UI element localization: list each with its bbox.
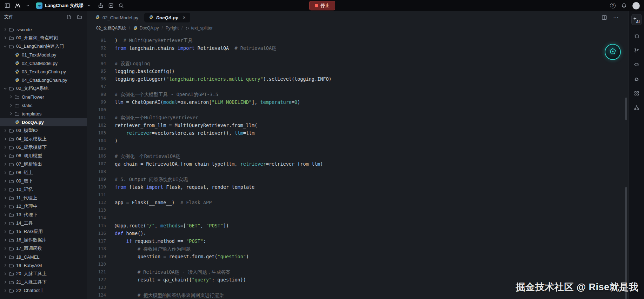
new-file-icon[interactable] [66, 14, 72, 20]
tree-item-18_CAMEL[interactable]: 18_CAMEL [0, 253, 87, 261]
grid-icon[interactable] [633, 89, 640, 97]
line-number[interactable]: 120 [87, 260, 106, 268]
chevron-right-icon[interactable] [3, 145, 8, 150]
search-icon[interactable] [118, 2, 124, 9]
line-number[interactable]: 112 [87, 199, 106, 206]
chevron-right-icon[interactable] [3, 35, 8, 40]
tree-item-03_TextLangChain.py[interactable]: 03_TextLangChain.py [0, 67, 87, 76]
help-icon[interactable]: ? [610, 3, 616, 8]
chevron-right-icon[interactable] [3, 137, 8, 141]
chevron-right-icon[interactable] [3, 153, 8, 158]
tree-item-08_链上[interactable]: 08_链上 [0, 168, 87, 177]
chevron-right-icon[interactable] [3, 221, 8, 226]
line-number[interactable]: 99 [87, 98, 106, 106]
line-number[interactable]: 91 [87, 36, 106, 44]
chevron-right-icon[interactable] [3, 27, 8, 32]
tree-item-17_回调函数[interactable]: 17_回调函数 [0, 244, 87, 253]
tree-item-templates[interactable]: templates [0, 109, 87, 118]
tree-item-07_解析输出[interactable]: 07_解析输出 [0, 160, 87, 168]
scrollbar-thumb[interactable] [625, 187, 627, 299]
tree-item-11_代理上[interactable]: 11_代理上 [0, 194, 87, 202]
line-number[interactable]: 124 [87, 291, 106, 299]
fleet-logo[interactable] [14, 2, 21, 9]
line-number[interactable]: 103 [87, 129, 106, 137]
workspace-switcher[interactable]: </> LangChain 实战课 [35, 2, 94, 9]
chevron-right-icon[interactable] [3, 204, 8, 209]
chevron-right-icon[interactable] [3, 179, 8, 184]
line-number[interactable]: 92 [87, 44, 106, 52]
line-number[interactable]: 111 [87, 191, 106, 199]
tree-item-.vscode[interactable]: .vscode [0, 25, 87, 34]
tab-DocQA.py[interactable]: DocQA.py× [144, 13, 190, 22]
tree-item-06_调用模型[interactable]: 06_调用模型 [0, 152, 87, 160]
tree-item-04_提示模板上[interactable]: 04_提示模板上 [0, 135, 87, 143]
eye-icon[interactable] [633, 61, 640, 68]
chevron-right-icon[interactable] [3, 288, 8, 293]
breadcrumb-02_文档QA系统[interactable]: 02_文档QA系统 [96, 25, 126, 31]
tree-item-22_Chatbot上[interactable]: 22_Chatbot上 [0, 286, 87, 295]
tree-item-14_工具[interactable]: 14_工具 [0, 219, 87, 227]
line-number[interactable]: 118 [87, 245, 106, 253]
line-number[interactable]: 119 [87, 253, 106, 260]
tree-item-static[interactable]: static [0, 101, 87, 109]
tree-item-05_提示模板下[interactable]: 05_提示模板下 [0, 143, 87, 152]
close-tab-icon[interactable]: × [183, 15, 186, 20]
breadcrumb-text_splitter[interactable]: text_splitter [185, 26, 212, 31]
chevron-right-icon[interactable] [3, 195, 8, 200]
tree-item-21_人脉工具下[interactable]: 21_人脉工具下 [0, 278, 87, 286]
chevron-right-icon[interactable] [3, 238, 8, 242]
breadcrumb-Pyright[interactable]: Pyright [166, 26, 179, 31]
bug-icon[interactable] [633, 75, 640, 83]
line-number[interactable]: 106 [87, 152, 106, 160]
chevron-right-icon[interactable] [8, 111, 13, 116]
tree-item-13_代理下[interactable]: 13_代理下 [0, 211, 87, 219]
chevron-down-icon[interactable] [25, 2, 31, 9]
code-editor[interactable]: 91) # MultiQueryRetriever工具92from langch… [87, 32, 629, 299]
chevron-right-icon[interactable] [3, 162, 8, 167]
line-number[interactable]: 108 [87, 168, 106, 175]
tree-item-19_BabyAGI[interactable]: 19_BabyAGI [0, 261, 87, 270]
scrollbar-marker[interactable] [625, 98, 627, 120]
chevron-right-icon[interactable] [3, 280, 8, 285]
tree-item-DocQA.py[interactable]: DocQA.py [0, 118, 87, 126]
tree-item-16_操作数据库[interactable]: 16_操作数据库 [0, 236, 87, 244]
line-number[interactable]: 115 [87, 222, 106, 230]
line-number[interactable]: 107 [87, 160, 106, 168]
new-folder-icon[interactable] [76, 14, 82, 20]
line-number[interactable]: 95 [87, 67, 106, 75]
line-number[interactable]: 94 [87, 60, 106, 67]
files-icon[interactable] [633, 32, 640, 40]
line-number[interactable]: 98 [87, 91, 106, 98]
user-avatar[interactable] [632, 2, 640, 9]
line-number[interactable]: 121 [87, 268, 106, 276]
line-number[interactable]: 117 [87, 237, 106, 245]
line-number[interactable]: 113 [87, 206, 106, 214]
split-editor-icon[interactable] [601, 14, 608, 21]
notifications-icon[interactable] [621, 2, 627, 9]
stop-button[interactable]: 停止 [309, 1, 335, 11]
chevron-right-icon[interactable] [3, 229, 8, 234]
line-number[interactable]: 93 [87, 52, 106, 60]
line-number[interactable]: 97 [87, 83, 106, 91]
chevron-right-icon[interactable] [3, 170, 8, 175]
line-number[interactable]: 104 [87, 137, 106, 145]
ai-assistant-button[interactable]: AI [631, 14, 642, 25]
line-number[interactable]: 122 [87, 276, 106, 284]
tree-item-20_人脉工具上[interactable]: 20_人脉工具上 [0, 270, 87, 278]
tree-item-03_模型IO[interactable]: 03_模型IO [0, 126, 87, 135]
tree-item-01_LangChain快速入门[interactable]: 01_LangChain快速入门 [0, 42, 87, 51]
tree-item-02_文档QA系统[interactable]: 02_文档QA系统 [0, 84, 87, 93]
new-window-icon[interactable] [108, 2, 114, 9]
chevron-right-icon[interactable] [3, 254, 8, 259]
line-number[interactable]: 116 [87, 230, 106, 237]
chevron-right-icon[interactable] [3, 271, 8, 276]
more-options-icon[interactable]: ⋯ [613, 14, 619, 21]
line-number[interactable]: 110 [87, 183, 106, 191]
tree-item-12_代理中[interactable]: 12_代理中 [0, 202, 87, 211]
tree-item-15_RAG应用[interactable]: 15_RAG应用 [0, 227, 87, 236]
share-icon[interactable] [98, 2, 104, 9]
line-number[interactable]: 109 [87, 175, 106, 183]
line-number[interactable]: 102 [87, 121, 106, 129]
tree-item-01_TextModel.py[interactable]: 01_TextModel.py [0, 51, 87, 59]
chevron-right-icon[interactable] [3, 128, 8, 133]
